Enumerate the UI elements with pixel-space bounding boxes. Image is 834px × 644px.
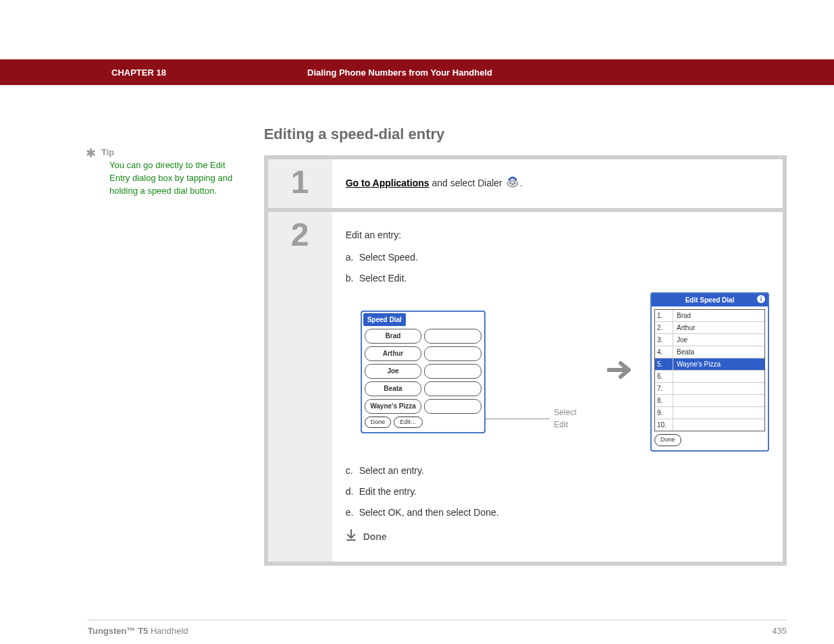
- page-title: Editing a speed-dial entry: [264, 126, 787, 143]
- product-bold: Tungsten™ T5: [88, 626, 148, 636]
- tip-text: You can go directly to the Edit Entry di…: [109, 159, 244, 198]
- arrow-right-icon: [607, 360, 634, 384]
- speed-dial-entry-3[interactable]: Joe: [365, 364, 422, 379]
- step-2-body: Edit an entry: a.Select Speed. b.Select …: [332, 212, 783, 562]
- step-2: 2 Edit an entry: a.Select Speed. b.Selec…: [268, 208, 783, 562]
- asterisk-icon: ✱: [86, 147, 96, 159]
- substep-a-letter: a.: [346, 250, 359, 265]
- chapter-label: CHAPTER 18: [111, 68, 307, 78]
- substep-b-text: Select Edit.: [359, 273, 407, 284]
- speed-dial-empty-1[interactable]: [424, 329, 481, 344]
- speed-dial-tab[interactable]: Speed Dial: [363, 313, 406, 326]
- tip-box: ✱ Tip: [81, 147, 244, 159]
- substep-a-text: Select Speed.: [359, 252, 418, 263]
- done-arrow-icon: [346, 529, 357, 545]
- page-number: 435: [772, 626, 787, 636]
- step-1-text: and select Dialer: [429, 178, 505, 188]
- speed-dial-entry-2[interactable]: Arthur: [365, 346, 422, 361]
- speed-dial-empty-2[interactable]: [424, 346, 481, 361]
- edit-row-5-selected[interactable]: 5.Wayne's Pizza: [655, 358, 764, 370]
- done-label: Done: [363, 530, 387, 544]
- speed-dial-entry-1[interactable]: Brad: [365, 329, 422, 344]
- edit-row-8[interactable]: 8.: [655, 394, 764, 406]
- substep-e-letter: e.: [346, 506, 359, 520]
- edit-dialog-title: Edit Speed Dial i: [652, 294, 768, 306]
- edit-row-6[interactable]: 6.: [655, 370, 764, 382]
- sidebar: ✱ Tip You can go directly to the Edit En…: [81, 126, 264, 566]
- substep-c-letter: c.: [346, 464, 359, 478]
- screenshots-row: Speed Dial Brad Arthur Joe Beata Wayne's…: [361, 292, 769, 452]
- edit-row-3[interactable]: 3.Joe: [655, 333, 764, 346]
- tip-label: Tip: [101, 147, 114, 157]
- info-icon[interactable]: i: [757, 295, 765, 303]
- edit-row-4[interactable]: 4.Beata: [655, 346, 764, 358]
- speed-dial-screen: Speed Dial Brad Arthur Joe Beata Wayne's…: [361, 311, 486, 434]
- chapter-header-bar: CHAPTER 18 Dialing Phone Numbers from Yo…: [0, 59, 834, 85]
- substep-b-letter: b.: [346, 271, 359, 286]
- step-1-period: .: [520, 178, 523, 188]
- speed-dial-empty-5[interactable]: [424, 399, 481, 414]
- step-1: 1 Go to Applications and select Dialer .: [268, 159, 783, 208]
- go-to-applications-link[interactable]: Go to Applications: [346, 178, 429, 188]
- svg-point-3: [514, 182, 515, 184]
- step-1-body: Go to Applications and select Dialer .: [332, 159, 783, 208]
- speed-dial-done-button[interactable]: Done: [365, 417, 392, 429]
- substep-d-text: Edit the entry.: [359, 486, 417, 497]
- product-name: Tungsten™ T5 Handheld: [88, 626, 188, 636]
- dialer-icon: [505, 176, 520, 192]
- content-area: ✱ Tip You can go directly to the Edit En…: [0, 85, 834, 566]
- main-content: Editing a speed-dial entry 1 Go to Appli…: [264, 126, 787, 566]
- step-2-number: 2: [268, 212, 332, 562]
- svg-point-2: [512, 184, 513, 185]
- done-indicator: Done: [346, 529, 769, 545]
- speed-dial-empty-3[interactable]: [424, 364, 481, 379]
- speed-dial-edit-button[interactable]: Edit…: [394, 417, 423, 429]
- chapter-title: Dialing Phone Numbers from Your Handheld: [307, 68, 492, 78]
- step-1-number: 1: [268, 159, 332, 208]
- substep-c-text: Select an entry.: [359, 465, 424, 476]
- speed-dial-entry-5[interactable]: Wayne's Pizza: [365, 399, 422, 414]
- product-rest: Handheld: [148, 626, 188, 636]
- select-edit-callout: Select Edit: [554, 406, 591, 431]
- speed-dial-empty-4[interactable]: [424, 381, 481, 396]
- edit-dialog-title-text: Edit Speed Dial: [685, 295, 735, 305]
- edit-row-1[interactable]: 1.Brad: [655, 310, 764, 321]
- speed-dial-entry-4[interactable]: Beata: [365, 381, 422, 396]
- speed-dial-with-callout: Speed Dial Brad Arthur Joe Beata Wayne's…: [361, 311, 591, 434]
- substep-e-text: Select OK, and then select Done.: [359, 507, 499, 518]
- edit-row-9[interactable]: 9.: [655, 406, 764, 419]
- edit-list: 1.Brad 2.Arthur 3.Joe 4.Beata 5.Wayne's …: [654, 309, 765, 431]
- edit-row-10[interactable]: 10.: [655, 419, 764, 431]
- steps-box: 1 Go to Applications and select Dialer .…: [264, 155, 787, 566]
- step-2-intro: Edit an entry:: [346, 228, 769, 242]
- edit-row-2[interactable]: 2.Arthur: [655, 321, 764, 333]
- edit-row-7[interactable]: 7.: [655, 382, 764, 394]
- svg-point-1: [510, 182, 511, 184]
- edit-speed-dial-screen: Edit Speed Dial i 1.Brad 2.Arthur 3.Joe …: [650, 292, 769, 452]
- edit-dialog-done-button[interactable]: Done: [654, 434, 681, 446]
- callout-line: [486, 419, 550, 419]
- substep-d-letter: d.: [346, 485, 359, 499]
- page-footer: Tungsten™ T5 Handheld 435: [88, 620, 787, 636]
